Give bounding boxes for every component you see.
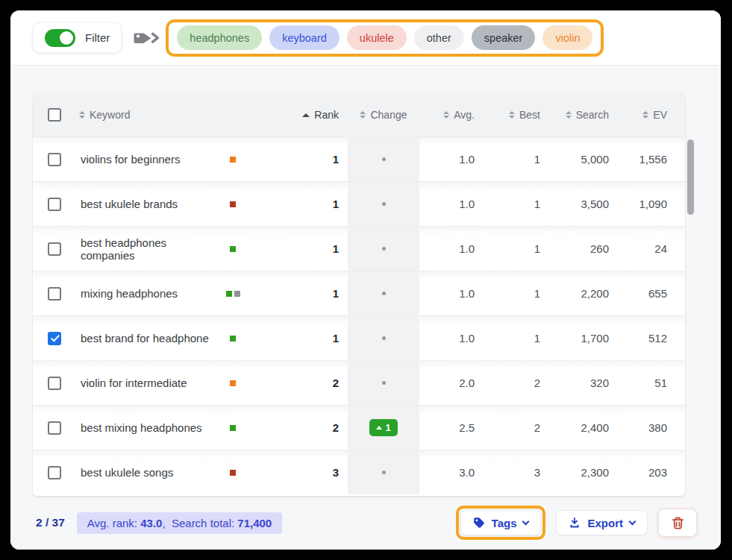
ev-cell: 655	[622, 287, 685, 300]
column-header-avg[interactable]: Avg.	[419, 109, 485, 121]
change-cell-wrap: 1	[348, 406, 419, 450]
row-checkbox[interactable]	[48, 332, 61, 345]
row-checkbox[interactable]	[48, 466, 61, 479]
best-cell: 1	[485, 332, 551, 345]
keyword-cell[interactable]: best headphones companies	[79, 236, 215, 262]
avg-cell: 1.0	[419, 198, 485, 210]
selection-count: 2 / 37	[36, 516, 65, 529]
sort-icon	[566, 111, 572, 119]
tag-dot-speaker	[234, 291, 240, 297]
best-cell: 1	[485, 287, 551, 300]
chevron-down-icon	[629, 517, 636, 525]
tag-filter-pill-keyboard[interactable]: keyboard	[269, 25, 340, 50]
best-cell: 2	[485, 377, 551, 389]
filter-toggle-card: Filter	[33, 22, 122, 53]
column-header-best[interactable]: Best	[485, 109, 551, 121]
tag-dot-headphones	[230, 425, 236, 431]
column-header-rank[interactable]: Rank	[251, 109, 348, 121]
row-checkbox[interactable]	[48, 377, 61, 390]
tag-dots	[215, 380, 251, 386]
row-checkbox[interactable]	[48, 421, 61, 435]
row-checkbox-cell	[33, 227, 79, 271]
rank-cell: 1	[251, 153, 348, 166]
change-none-dot	[382, 471, 386, 474]
change-none-dot	[382, 336, 386, 340]
ev-cell: 1,090	[622, 198, 685, 210]
search-cell: 2,400	[551, 421, 622, 434]
row-checkbox-cell	[33, 271, 79, 315]
row-checkbox-cell	[33, 182, 79, 226]
avg-rank-value: 43.0	[140, 517, 162, 529]
keyword-cell[interactable]: violin for intermediate	[79, 377, 215, 389]
row-checkbox[interactable]	[48, 198, 61, 211]
download-icon	[569, 517, 581, 529]
change-none-dot	[382, 381, 386, 385]
best-cell: 3	[485, 466, 551, 479]
keyword-cell[interactable]: best ukulele brands	[79, 198, 215, 210]
tag-dots	[215, 425, 251, 431]
top-filter-bar: Filter headphoneskeyboardukuleleotherspe…	[10, 10, 721, 66]
sort-icon	[360, 111, 366, 119]
row-checkbox[interactable]	[48, 153, 61, 166]
search-cell: 320	[551, 377, 622, 389]
tag-dots	[215, 157, 251, 163]
change-cell-wrap	[348, 361, 419, 405]
keyword-cell[interactable]: best brand for headphone	[79, 332, 215, 345]
tag-filter-pill-other[interactable]: other	[414, 25, 464, 50]
app-window: Filter headphoneskeyboardukuleleotherspe…	[10, 10, 721, 550]
tag-filter-pill-speaker[interactable]: speaker	[472, 25, 536, 50]
tag-dots	[215, 470, 251, 476]
search-cell: 2,200	[551, 287, 622, 300]
chevron-down-icon	[522, 517, 530, 525]
tag-dots	[215, 246, 251, 252]
row-checkbox-cell	[33, 316, 79, 360]
keyword-cell[interactable]: violins for beginners	[79, 153, 215, 166]
table-row: violin for intermediate 2 2.0 2 320 51	[33, 360, 685, 405]
footer-bar: 2 / 37 Avg. rank: 43.0, Search total: 71…	[10, 496, 721, 550]
keyword-cell[interactable]: best mixing headphones	[79, 421, 215, 434]
change-cell-wrap	[348, 450, 419, 494]
tag-dot-ukulele	[230, 201, 236, 207]
search-cell: 3,500	[551, 198, 622, 210]
tag-dot-violin	[230, 157, 236, 163]
row-checkbox-cell	[33, 406, 79, 450]
change-cell-wrap	[348, 316, 419, 360]
rank-cell: 2	[251, 377, 348, 389]
change-cell-wrap	[348, 182, 419, 226]
avg-cell: 1.0	[419, 153, 485, 166]
main-content: Keyword Rank Change Avg. Best	[10, 66, 721, 550]
keywords-table: Keyword Rank Change Avg. Best	[33, 93, 685, 496]
delete-button[interactable]	[658, 509, 697, 537]
rank-cell: 3	[251, 466, 348, 479]
table-row: best ukulele brands 1 1.0 1 3,500 1,090	[33, 181, 685, 226]
row-checkbox[interactable]	[48, 287, 61, 301]
column-header-ev[interactable]: EV	[622, 109, 685, 121]
change-none-dot	[382, 292, 386, 295]
keyword-cell[interactable]: mixing headphones	[79, 287, 215, 300]
column-header-search[interactable]: Search	[551, 109, 622, 121]
ev-cell: 24	[622, 242, 685, 255]
tag-filter-pill-headphones[interactable]: headphones	[177, 25, 262, 50]
ev-cell: 380	[622, 421, 685, 434]
avg-cell: 3.0	[419, 466, 485, 479]
avg-cell: 2.5	[419, 421, 485, 434]
tags-button[interactable]: Tags	[460, 510, 542, 535]
tag-filter-pill-violin[interactable]: violin	[542, 25, 592, 50]
annotation-highlight-tags-button: Tags	[456, 506, 546, 540]
tag-dots	[215, 291, 251, 297]
select-all-checkbox[interactable]	[48, 108, 61, 122]
column-header-keyword[interactable]: Keyword	[79, 109, 215, 121]
sort-icon	[642, 111, 648, 119]
export-button[interactable]: Export	[556, 510, 648, 535]
best-cell: 2	[485, 421, 551, 434]
footer-actions: Tags Export	[456, 506, 697, 540]
table-scrollbar-thumb[interactable]	[687, 139, 694, 215]
change-none-dot	[382, 247, 386, 251]
column-header-change[interactable]: Change	[348, 109, 419, 121]
table-row: best mixing headphones 2 1 2.5 2 2,400 3…	[33, 405, 685, 450]
tag-filter-pill-ukulele[interactable]: ukulele	[347, 25, 407, 50]
filter-toggle-switch[interactable]	[45, 29, 75, 47]
best-cell: 1	[485, 153, 551, 166]
keyword-cell[interactable]: best ukulele songs	[79, 466, 215, 479]
row-checkbox[interactable]	[48, 242, 61, 256]
